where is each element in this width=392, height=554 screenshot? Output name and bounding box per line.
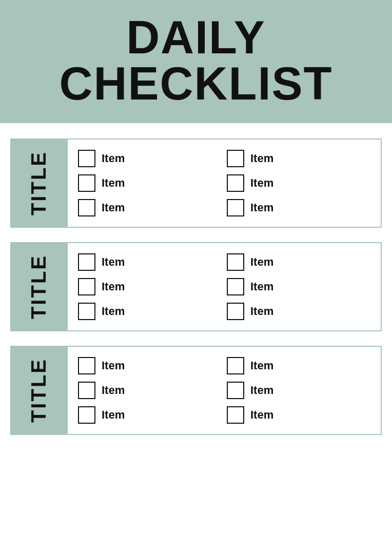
item-label: Item [250, 408, 273, 422]
item-label: Item [250, 384, 273, 397]
checkbox[interactable] [78, 174, 95, 192]
item-label: Item [250, 152, 273, 165]
list-item: Item [227, 382, 370, 399]
checkbox[interactable] [227, 382, 244, 399]
checkbox[interactable] [78, 406, 95, 424]
item-label: Item [102, 152, 125, 165]
page-title: DAILYCHECKLIST [60, 14, 333, 107]
section-title-3: TITLE [27, 358, 50, 423]
checkbox[interactable] [227, 253, 244, 271]
checkbox[interactable] [78, 199, 95, 216]
list-item: Item [78, 382, 222, 399]
section-title-1: TITLE [27, 151, 50, 215]
checkbox[interactable] [78, 278, 95, 295]
item-label: Item [102, 280, 125, 293]
section-items-box-3: Item Item Item Item Item Item [67, 346, 382, 435]
list-item: Item [78, 253, 222, 271]
list-item: Item [78, 199, 222, 216]
list-item: Item [227, 357, 370, 374]
item-label: Item [102, 359, 125, 372]
section-row-2: TITLE Item Item Item Item Item [10, 242, 382, 331]
item-label: Item [102, 201, 125, 214]
checkbox[interactable] [78, 303, 95, 320]
item-label: Item [250, 359, 273, 372]
list-item: Item [78, 150, 222, 167]
checkbox[interactable] [78, 253, 95, 271]
item-label: Item [102, 384, 125, 397]
checkbox[interactable] [78, 150, 95, 167]
checkbox[interactable] [227, 303, 244, 320]
checkbox[interactable] [227, 174, 244, 192]
section-row-1: TITLE Item Item Item Item Item [10, 138, 382, 228]
section-row-3: TITLE Item Item Item Item Item [10, 346, 382, 435]
item-label: Item [250, 201, 273, 214]
section-title-2: TITLE [27, 254, 50, 319]
list-item: Item [227, 150, 370, 167]
item-label: Item [250, 176, 273, 190]
checkbox[interactable] [78, 382, 95, 399]
list-item: Item [227, 278, 370, 295]
list-item: Item [78, 303, 222, 320]
item-label: Item [102, 408, 125, 422]
checkbox[interactable] [227, 199, 244, 216]
section-title-block-1: TITLE [10, 138, 67, 228]
list-item: Item [227, 303, 370, 320]
item-label: Item [102, 176, 125, 190]
section-title-block-2: TITLE [10, 242, 67, 331]
section-items-box-2: Item Item Item Item Item Item [67, 242, 382, 331]
list-item: Item [78, 278, 222, 295]
item-label: Item [250, 305, 273, 318]
list-item: Item [227, 199, 370, 216]
checkbox[interactable] [78, 357, 95, 374]
item-label: Item [250, 255, 273, 269]
checkbox[interactable] [227, 150, 244, 167]
checkbox[interactable] [227, 278, 244, 295]
list-item: Item [78, 406, 222, 424]
page-header: DAILYCHECKLIST [0, 0, 392, 123]
list-item: Item [227, 406, 370, 424]
item-label: Item [102, 305, 125, 318]
list-item: Item [227, 174, 370, 192]
sections-container: TITLE Item Item Item Item Item [0, 138, 392, 450]
list-item: Item [78, 174, 222, 192]
checkbox[interactable] [227, 357, 244, 374]
list-item: Item [227, 253, 370, 271]
checkbox[interactable] [227, 406, 244, 424]
section-items-box-1: Item Item Item Item Item Item [67, 138, 382, 228]
item-label: Item [102, 255, 125, 269]
list-item: Item [78, 357, 222, 374]
section-title-block-3: TITLE [10, 346, 67, 435]
item-label: Item [250, 280, 273, 293]
